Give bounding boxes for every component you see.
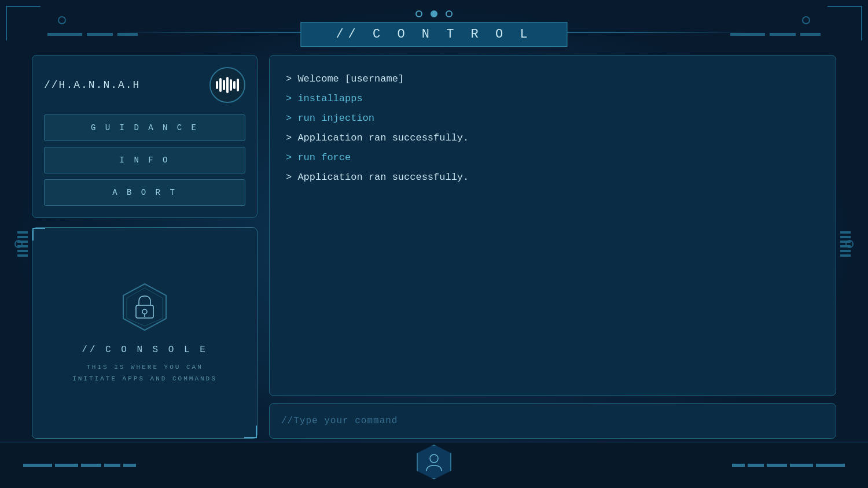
hannah-panel: //H.A.N.N.A.H G U I D A N C E I N F O <box>32 55 258 218</box>
guidance-button[interactable]: G U I D A N C E <box>44 114 245 141</box>
indicator-dot-3 <box>446 10 453 17</box>
side-circle-top-left <box>58 16 66 24</box>
hannah-buttons: G U I D A N C E I N F O A B O R T <box>44 114 245 206</box>
hannah-title: //H.A.N.N.A.H <box>44 79 140 91</box>
waveform-icon <box>216 77 239 93</box>
main-content: //H.A.N.N.A.H G U I D A N C E I N F O <box>32 55 836 439</box>
lock-hex-icon <box>119 281 171 333</box>
terminal-line-1: > Welcome [username] <box>286 69 819 89</box>
side-dashes-left <box>17 231 28 257</box>
right-panel: > Welcome [username] > installapps > run… <box>269 55 836 439</box>
bottom-dashes-right-group <box>732 464 845 467</box>
terminal-line-6: > Application ran successfully. <box>286 168 819 187</box>
command-input[interactable] <box>281 416 824 426</box>
console-title: // C O N S O L E <box>82 345 208 355</box>
terminal-output: > Welcome [username] > installapps > run… <box>269 55 836 396</box>
terminal-line-3: > run injection <box>286 109 819 128</box>
terminal-line-4: > Application ran successfully. <box>286 128 819 148</box>
corner-decoration-tr <box>827 6 862 40</box>
side-circle-top-right <box>802 16 810 24</box>
console-panel: // C O N S O L E THIS IS WHERE YOU CANIN… <box>32 227 258 439</box>
hannah-header: //H.A.N.N.A.H <box>44 67 245 103</box>
command-input-area[interactable] <box>269 403 836 439</box>
svg-marker-0 <box>123 284 166 330</box>
avatar-hex <box>417 445 451 479</box>
terminal-line-5: > run force <box>286 148 819 168</box>
indicator-dot-2 <box>431 10 437 17</box>
bottom-avatar-button[interactable] <box>417 445 451 479</box>
bottom-dashes-left-group <box>23 464 136 467</box>
indicator-dot-1 <box>415 10 422 17</box>
info-button[interactable]: I N F O <box>44 147 245 173</box>
svg-point-5 <box>430 454 438 463</box>
console-description: THIS IS WHERE YOU CANINITIATE APPS AND C… <box>72 362 217 385</box>
avatar-person-icon <box>424 452 444 472</box>
main-title: // C O N T R O L <box>300 22 567 47</box>
side-dashes-right <box>840 231 851 257</box>
abort-button[interactable]: A B O R T <box>44 179 245 206</box>
left-panel: //H.A.N.N.A.H G U I D A N C E I N F O <box>32 55 258 439</box>
svg-marker-1 <box>127 288 163 326</box>
terminal-line-2: > installapps <box>286 89 819 109</box>
corner-decoration-tl <box>6 6 41 40</box>
voice-avatar <box>209 67 245 103</box>
top-indicator-dots <box>415 10 453 17</box>
svg-point-3 <box>142 309 147 314</box>
